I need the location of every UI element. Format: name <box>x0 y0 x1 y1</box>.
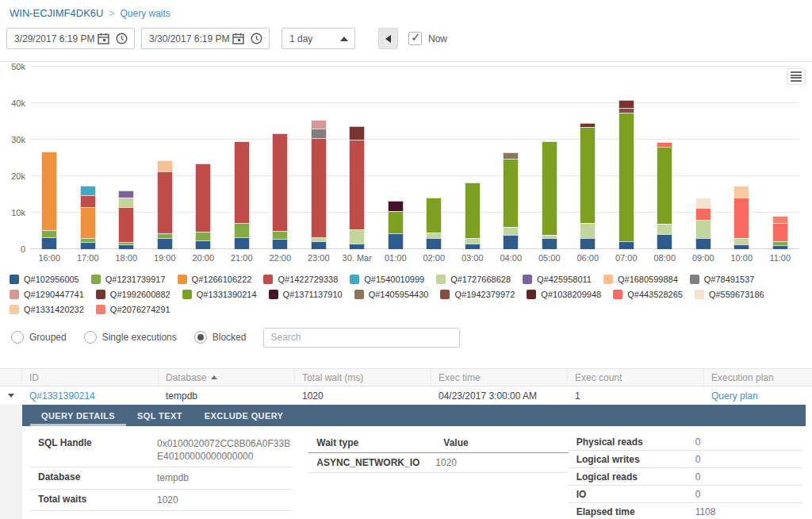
end-datetime-input[interactable]: 3/30/2017 6:19 PM <box>141 28 270 49</box>
start-datetime-input[interactable]: 3/29/2017 6:19 PM <box>6 28 135 49</box>
range-dropdown[interactable]: 1 day <box>282 28 355 49</box>
radio-checked-icon[interactable] <box>194 331 207 344</box>
legend-item[interactable]: Q#1266106222 <box>178 275 252 284</box>
bar-segment[interactable] <box>272 231 288 239</box>
bar-segment[interactable] <box>157 238 173 249</box>
bar-segment[interactable] <box>733 186 749 198</box>
bar-segment[interactable] <box>118 190 134 197</box>
stacked-bar[interactable] <box>388 201 404 249</box>
bar-segment[interactable] <box>503 227 519 234</box>
tab-sql-text[interactable]: SQL TEXT <box>126 405 193 426</box>
stacked-bar[interactable] <box>349 126 365 249</box>
bar-segment[interactable] <box>503 235 519 249</box>
calendar-icon[interactable] <box>232 33 244 44</box>
end-datetime-value[interactable]: 3/30/2017 6:19 PM <box>142 33 232 44</box>
bar-segment[interactable] <box>234 223 250 237</box>
header-id[interactable]: ID <box>22 369 159 386</box>
legend-item[interactable]: Q#1680599884 <box>603 275 678 284</box>
query-plan-link[interactable]: Query plan <box>711 390 758 402</box>
bar-segment[interactable] <box>619 100 634 108</box>
stacked-bar[interactable] <box>465 183 481 249</box>
bar-segment[interactable] <box>542 141 557 234</box>
stacked-bar[interactable] <box>118 190 134 249</box>
stacked-bar[interactable] <box>41 152 57 249</box>
bar-segment[interactable] <box>349 229 365 244</box>
bar-segment[interactable] <box>311 241 327 249</box>
bar-segment[interactable] <box>41 230 57 237</box>
bar-segment[interactable] <box>657 234 672 249</box>
bar-segment[interactable] <box>118 244 134 249</box>
bar-segment[interactable] <box>772 216 788 223</box>
bar-segment[interactable] <box>733 198 749 238</box>
legend-item[interactable]: Q#1540010999 <box>350 275 424 284</box>
bar-segment[interactable] <box>733 238 749 244</box>
bar-segment[interactable] <box>157 160 173 171</box>
bar-segment[interactable] <box>695 238 711 249</box>
stacked-bar[interactable] <box>733 186 749 249</box>
bar-segment[interactable] <box>772 245 788 249</box>
bar-segment[interactable] <box>503 159 519 227</box>
radio-single-executions[interactable]: Single executions <box>84 331 177 344</box>
bar-segment[interactable] <box>465 238 481 244</box>
bar-segment[interactable] <box>195 232 211 241</box>
bar-segment[interactable] <box>695 198 711 208</box>
legend-item[interactable]: Q#2076274291 <box>96 305 170 314</box>
legend-item[interactable]: Q#1038209948 <box>527 290 601 299</box>
bar-segment[interactable] <box>695 220 711 238</box>
bar-segment[interactable] <box>41 237 57 249</box>
bar-segment[interactable] <box>733 244 749 249</box>
legend-item[interactable]: Q#102956005 <box>10 275 79 284</box>
bar-segment[interactable] <box>311 120 327 129</box>
bar-segment[interactable] <box>695 208 711 220</box>
bar-segment[interactable] <box>349 244 365 249</box>
clock-icon[interactable] <box>251 33 262 44</box>
bar-segment[interactable] <box>234 237 250 249</box>
stacked-bar[interactable] <box>503 152 519 249</box>
header-database[interactable]: Database <box>159 369 295 386</box>
stacked-bar[interactable] <box>426 198 442 249</box>
breadcrumb-server-link[interactable]: WIN-ECJIMF4DK6U <box>10 7 103 19</box>
bar-segment[interactable] <box>118 198 134 207</box>
stacked-bar[interactable] <box>234 141 250 249</box>
radio-icon[interactable] <box>11 331 24 344</box>
bar-segment[interactable] <box>80 207 96 238</box>
bar-segment[interactable] <box>619 241 634 249</box>
stacked-bar[interactable] <box>311 120 327 249</box>
query-id-link[interactable]: Q#1331390214 <box>29 390 95 402</box>
bar-segment[interactable] <box>772 223 788 241</box>
stacked-bar[interactable] <box>157 160 173 249</box>
bar-segment[interactable] <box>657 224 672 233</box>
stacked-bar[interactable] <box>657 142 672 249</box>
bar-segment[interactable] <box>41 152 57 230</box>
bar-segment[interactable] <box>503 152 519 159</box>
previous-range-button[interactable] <box>378 28 398 49</box>
bar-segment[interactable] <box>657 147 672 224</box>
legend-item[interactable]: Q#1290447741 <box>10 290 84 299</box>
clock-icon[interactable] <box>116 33 128 44</box>
bar-segment[interactable] <box>272 239 288 249</box>
stacked-bar[interactable] <box>580 123 596 249</box>
bar-segment[interactable] <box>195 163 211 232</box>
header-execution-plan[interactable]: Execution plan <box>704 369 812 386</box>
now-checkbox[interactable]: ✓ <box>408 32 422 45</box>
radio-grouped[interactable]: Grouped <box>11 331 67 344</box>
row-expander[interactable] <box>0 386 22 405</box>
bar-segment[interactable] <box>388 211 404 234</box>
legend-item[interactable]: Q#1942379972 <box>440 290 515 299</box>
bar-segment[interactable] <box>349 126 365 140</box>
stacked-bar[interactable] <box>772 216 788 249</box>
legend-item[interactable]: Q#1405954430 <box>354 290 429 299</box>
legend-item[interactable]: Q#425958011 <box>523 275 592 284</box>
legend-item[interactable]: Q#1331390214 <box>182 290 257 299</box>
bar-segment[interactable] <box>118 207 134 242</box>
header-exec-count[interactable]: Exec count <box>568 369 704 386</box>
radio-icon[interactable] <box>84 331 97 344</box>
bar-segment[interactable] <box>311 138 327 238</box>
tab-exclude-query[interactable]: EXCLUDE QUERY <box>193 405 295 426</box>
legend-item[interactable]: Q#1331420232 <box>10 305 84 314</box>
radio-blocked[interactable]: Blocked <box>194 331 247 344</box>
legend-item[interactable]: Q#443528265 <box>613 290 683 299</box>
stacked-bar[interactable] <box>195 163 211 249</box>
legend-item[interactable]: Q#78491537 <box>690 275 755 284</box>
bar-segment[interactable] <box>619 113 634 241</box>
